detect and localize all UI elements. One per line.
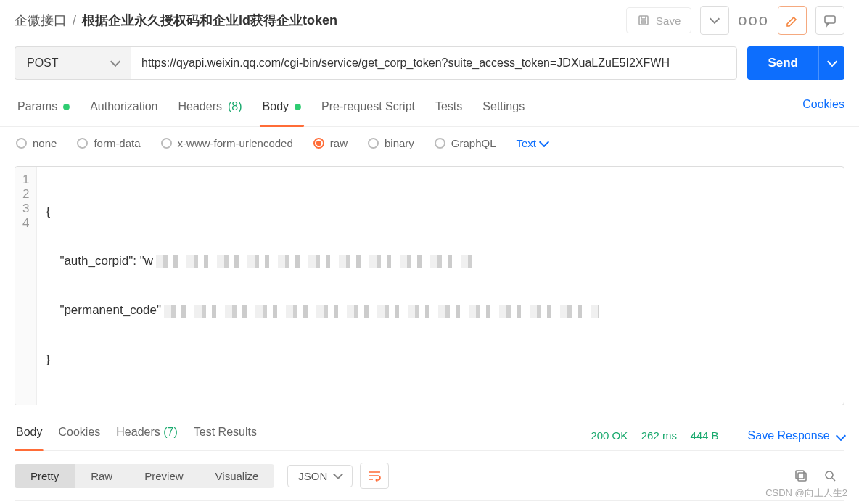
resp-tab-headers[interactable]: Headers (7): [115, 421, 179, 450]
bodytype-xwww-label: x-www-form-urlencoded: [178, 137, 293, 149]
wrap-lines-button[interactable]: [360, 463, 389, 489]
resp-size: 444 B: [690, 429, 718, 442]
breadcrumb-sep: /: [73, 13, 76, 28]
comments-button[interactable]: [815, 6, 844, 35]
code-line: }: [46, 350, 835, 370]
resp-tab-testresults[interactable]: Test Results: [192, 421, 258, 450]
bodytype-none[interactable]: none: [16, 137, 57, 149]
tab-tests[interactable]: Tests: [432, 96, 465, 126]
redacted-block: [156, 255, 475, 268]
chevron-down-icon: [836, 431, 846, 441]
save-button[interactable]: Save: [626, 7, 691, 33]
breadcrumb-root[interactable]: 企微接口: [15, 12, 67, 29]
tab-body-label: Body: [263, 100, 289, 113]
body-language-select[interactable]: Text: [517, 137, 548, 149]
tab-params[interactable]: Params: [15, 96, 73, 126]
chevron-down-icon: [333, 469, 343, 479]
tab-prerequest[interactable]: Pre-request Script: [318, 96, 418, 126]
resp-tab-headers-count: (7): [163, 426, 178, 438]
bodytype-graphql[interactable]: GraphQL: [435, 137, 496, 149]
bodytype-formdata-label: form-data: [94, 137, 140, 149]
tab-headers-label: Headers: [178, 100, 222, 113]
method-select[interactable]: POST: [15, 46, 131, 80]
cookies-link[interactable]: Cookies: [802, 98, 844, 124]
send-dropdown-button[interactable]: [818, 46, 844, 80]
viewtab-visualize[interactable]: Visualize: [200, 464, 275, 488]
svg-rect-2: [825, 16, 835, 23]
save-response-button[interactable]: Save Response: [748, 429, 844, 442]
request-body-editor[interactable]: 1 2 3 4 { "auth_corpid": "w "permanent_c…: [15, 166, 844, 405]
status-dot-icon: [63, 104, 70, 110]
tab-authorization[interactable]: Authorization: [87, 96, 160, 126]
tab-headers[interactable]: Headers (8): [176, 96, 245, 126]
search-response-button[interactable]: [815, 461, 844, 490]
response-meta: 200 OK 262 ms 444 B: [580, 429, 718, 442]
response-format-select[interactable]: JSON: [287, 465, 353, 487]
tab-body[interactable]: Body: [260, 96, 304, 126]
bodytype-xwww[interactable]: x-www-form-urlencoded: [161, 137, 293, 149]
url-input[interactable]: [131, 46, 737, 80]
page-title: 根据企业永久授权码和企业id获得企业token: [82, 12, 337, 29]
bodytype-graphql-label: GraphQL: [451, 137, 496, 149]
tab-params-label: Params: [17, 100, 57, 113]
save-icon: [637, 14, 650, 27]
svg-rect-4: [796, 471, 804, 479]
radio-icon: [368, 138, 379, 149]
resp-tab-headers-label: Headers: [116, 426, 160, 438]
send-button[interactable]: Send: [747, 46, 818, 80]
wrap-icon: [367, 470, 382, 482]
watermark: CSDN @向上人生2: [765, 487, 847, 500]
code-line: {: [46, 202, 835, 222]
chevron-down-icon: [110, 57, 120, 67]
comment-icon: [823, 13, 837, 28]
save-dropdown-button[interactable]: [700, 6, 729, 35]
viewtab-pretty[interactable]: Pretty: [15, 464, 75, 488]
bodytype-none-label: none: [33, 137, 57, 149]
bodytype-formdata[interactable]: form-data: [77, 137, 140, 149]
line-gutter: 1 2 3 4: [15, 501, 40, 504]
resp-tab-body[interactable]: Body: [15, 421, 44, 450]
chevron-down-icon: [826, 57, 837, 67]
radio-icon: [313, 138, 324, 149]
copy-response-button[interactable]: [786, 461, 815, 490]
response-format-label: JSON: [298, 470, 327, 482]
response-body-viewer[interactable]: 1 2 3 4 { "access_token": "cv372H2mt9G1R…: [15, 500, 844, 504]
chevron-down-icon: [710, 14, 720, 24]
radio-icon: [77, 138, 88, 149]
bodytype-binary-label: binary: [385, 137, 414, 149]
code-line: "permanent_code": [46, 300, 835, 321]
radio-icon: [161, 138, 172, 149]
redacted-block: [164, 305, 599, 318]
resp-tab-cookies[interactable]: Cookies: [57, 421, 102, 450]
edit-button[interactable]: [778, 6, 807, 35]
status-dot-icon: [295, 104, 301, 110]
resp-status: 200 OK: [591, 429, 628, 442]
bodytype-raw-label: raw: [330, 137, 348, 149]
svg-rect-3: [798, 473, 806, 481]
response-content: { "access_token": "cv372H2mt9G1R_Py1R9cy…: [40, 501, 844, 504]
code-content[interactable]: { "auth_corpid": "w "permanent_code" }: [37, 167, 844, 405]
save-label: Save: [656, 15, 681, 27]
breadcrumb: 企微接口 / 根据企业永久授权码和企业id获得企业token: [15, 12, 337, 29]
svg-rect-1: [641, 21, 646, 23]
viewtab-raw[interactable]: Raw: [75, 464, 128, 488]
tab-settings[interactable]: Settings: [480, 96, 527, 126]
bodytype-binary[interactable]: binary: [368, 137, 414, 149]
svg-point-5: [826, 471, 833, 479]
copy-icon: [794, 468, 808, 483]
method-label: POST: [27, 57, 59, 70]
body-language-label: Text: [517, 137, 537, 149]
resp-time: 262 ms: [641, 429, 677, 442]
radio-icon: [435, 138, 445, 149]
code-line: "auth_corpid": "w: [46, 251, 835, 271]
tab-headers-count: (8): [228, 100, 242, 113]
radio-icon: [16, 138, 27, 149]
chevron-down-icon: [539, 136, 549, 146]
bodytype-raw[interactable]: raw: [313, 137, 348, 149]
more-actions-button[interactable]: ooo: [738, 11, 769, 30]
line-gutter: 1 2 3 4: [15, 167, 37, 405]
viewtab-preview[interactable]: Preview: [128, 464, 199, 488]
save-response-label: Save Response: [748, 429, 830, 442]
pencil-icon: [785, 13, 800, 28]
search-icon: [823, 468, 837, 483]
